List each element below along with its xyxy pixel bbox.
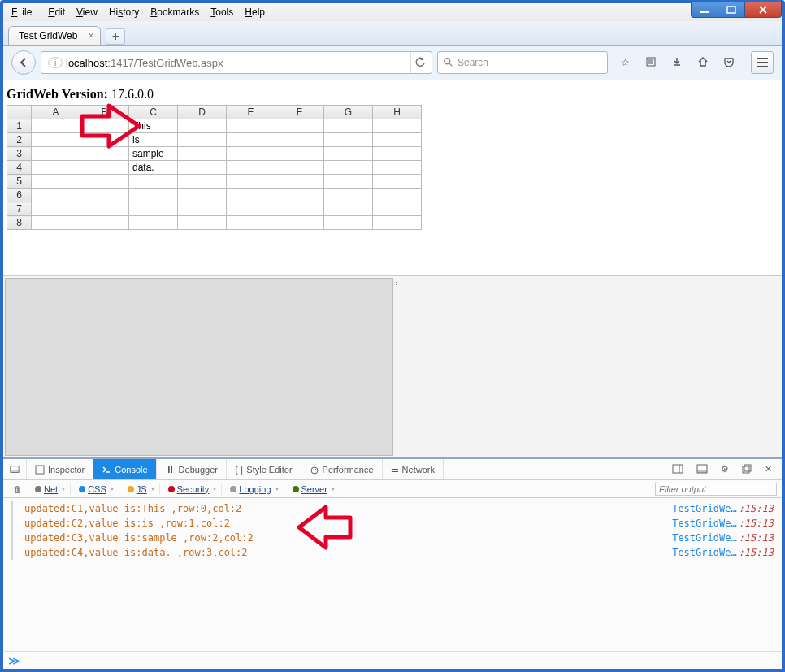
cell-E2[interactable] bbox=[227, 133, 275, 147]
cell-D2[interactable] bbox=[178, 133, 227, 147]
cell-G2[interactable] bbox=[324, 133, 373, 147]
filter-css[interactable]: CSS▾ bbox=[74, 483, 119, 495]
cell-A3[interactable] bbox=[32, 147, 80, 161]
col-header-F[interactable]: F bbox=[275, 106, 324, 119]
tab-close-icon[interactable]: × bbox=[88, 31, 93, 41]
cell-D8[interactable] bbox=[178, 216, 227, 230]
row-header-6[interactable]: 6 bbox=[7, 189, 32, 202]
cell-E3[interactable] bbox=[227, 147, 275, 161]
site-info-icon[interactable]: i bbox=[48, 57, 63, 68]
menu-view[interactable]: View bbox=[72, 5, 102, 20]
cell-H7[interactable] bbox=[373, 202, 422, 216]
devtools-dock-icon[interactable] bbox=[693, 462, 711, 477]
cell-B8[interactable] bbox=[80, 216, 129, 230]
menu-button[interactable] bbox=[751, 51, 774, 74]
menu-history[interactable]: History bbox=[104, 5, 144, 20]
filter-security[interactable]: Security▾ bbox=[163, 483, 223, 495]
cell-A5[interactable] bbox=[32, 175, 80, 189]
cell-H1[interactable] bbox=[373, 119, 422, 133]
cell-H4[interactable] bbox=[373, 161, 422, 175]
cell-F7[interactable] bbox=[275, 202, 324, 216]
console-source-link[interactable]: TestGridWe… bbox=[672, 547, 736, 558]
back-button[interactable] bbox=[11, 50, 36, 75]
cell-H6[interactable] bbox=[373, 189, 422, 202]
col-header-G[interactable]: G bbox=[324, 106, 373, 119]
cell-C6[interactable] bbox=[129, 189, 178, 202]
cell-A6[interactable] bbox=[32, 189, 80, 202]
cell-D4[interactable] bbox=[178, 161, 227, 175]
gridweb-sheet[interactable]: ABCDEFGH 1This2is3sample4data.5678 bbox=[7, 105, 422, 230]
filter-net[interactable]: Net▾ bbox=[30, 483, 71, 495]
cell-C5[interactable] bbox=[129, 175, 178, 189]
cell-G8[interactable] bbox=[324, 216, 373, 230]
menu-file[interactable]: File bbox=[7, 5, 41, 20]
menu-help[interactable]: Help bbox=[240, 5, 270, 20]
cell-F4[interactable] bbox=[275, 161, 324, 175]
reader-icon[interactable] bbox=[644, 56, 658, 70]
download-icon[interactable] bbox=[670, 56, 684, 70]
tab-debugger[interactable]: ⏸Debugger bbox=[157, 459, 227, 479]
tab-performance[interactable]: Performance bbox=[301, 459, 383, 479]
cell-G7[interactable] bbox=[324, 202, 373, 216]
devtools-popout-icon[interactable] bbox=[739, 462, 755, 477]
filter-logging[interactable]: Logging▾ bbox=[225, 483, 284, 495]
cell-E7[interactable] bbox=[227, 202, 275, 216]
cell-G4[interactable] bbox=[324, 161, 373, 175]
cell-D1[interactable] bbox=[178, 119, 227, 133]
row-header-7[interactable]: 7 bbox=[7, 202, 32, 216]
cell-H5[interactable] bbox=[373, 175, 422, 189]
row-header-3[interactable]: 3 bbox=[7, 147, 32, 161]
cell-C8[interactable] bbox=[129, 216, 178, 230]
cell-C7[interactable] bbox=[129, 202, 178, 216]
horizontal-scrollbar[interactable]: ⋮⋮ bbox=[3, 275, 782, 458]
search-box[interactable]: Search bbox=[437, 51, 608, 74]
devtools-toggle-icon[interactable] bbox=[3, 459, 27, 479]
cell-A7[interactable] bbox=[32, 202, 80, 216]
cell-F3[interactable] bbox=[275, 147, 324, 161]
cell-F6[interactable] bbox=[275, 189, 324, 202]
row-header-2[interactable]: 2 bbox=[7, 133, 32, 147]
cell-G5[interactable] bbox=[324, 175, 373, 189]
cell-F2[interactable] bbox=[275, 133, 324, 147]
cell-B7[interactable] bbox=[80, 202, 129, 216]
col-header-A[interactable]: A bbox=[32, 106, 80, 119]
pocket-icon[interactable] bbox=[722, 56, 736, 70]
row-header-4[interactable]: 4 bbox=[7, 161, 32, 175]
devtools-split-icon[interactable] bbox=[669, 462, 687, 477]
cell-D5[interactable] bbox=[178, 175, 227, 189]
new-tab-button[interactable]: + bbox=[106, 28, 125, 45]
bookmark-star-icon[interactable]: ☆ bbox=[618, 57, 632, 68]
filter-output-input[interactable] bbox=[655, 483, 777, 496]
cell-D6[interactable] bbox=[178, 189, 227, 202]
tab-console[interactable]: Console bbox=[93, 459, 156, 479]
clear-console-icon[interactable]: 🗑 bbox=[8, 484, 27, 494]
close-button[interactable] bbox=[744, 2, 782, 18]
cell-G6[interactable] bbox=[324, 189, 373, 202]
col-header-D[interactable]: D bbox=[178, 106, 227, 119]
console-source-link[interactable]: TestGridWe… bbox=[672, 532, 736, 544]
col-header-E[interactable]: E bbox=[227, 106, 275, 119]
console-prompt[interactable]: ≫ bbox=[3, 651, 782, 669]
cell-D7[interactable] bbox=[178, 202, 227, 216]
cell-F5[interactable] bbox=[275, 175, 324, 189]
filter-js[interactable]: JS▾ bbox=[123, 483, 160, 495]
browser-tab[interactable]: Test GridWeb × bbox=[8, 26, 101, 45]
minimize-button[interactable] bbox=[691, 2, 718, 18]
maximize-button[interactable] bbox=[718, 2, 745, 18]
cell-D3[interactable] bbox=[178, 147, 227, 161]
cell-H2[interactable] bbox=[373, 133, 422, 147]
cell-A2[interactable] bbox=[32, 133, 80, 147]
row-header-1[interactable]: 1 bbox=[7, 119, 32, 133]
console-source-link[interactable]: TestGridWe… bbox=[672, 503, 736, 514]
filter-server[interactable]: Server▾ bbox=[288, 483, 340, 495]
cell-H3[interactable] bbox=[373, 147, 422, 161]
devtools-close-icon[interactable]: ✕ bbox=[761, 462, 775, 476]
cell-E6[interactable] bbox=[227, 189, 275, 202]
cell-E1[interactable] bbox=[227, 119, 275, 133]
cell-B4[interactable] bbox=[80, 161, 129, 175]
address-bar[interactable]: i localhost:1417/TestGridWeb.aspx bbox=[41, 51, 432, 74]
cell-H8[interactable] bbox=[373, 216, 422, 230]
cell-G1[interactable] bbox=[324, 119, 373, 133]
col-header-H[interactable]: H bbox=[373, 106, 422, 119]
devtools-settings-icon[interactable]: ⚙ bbox=[718, 462, 732, 476]
